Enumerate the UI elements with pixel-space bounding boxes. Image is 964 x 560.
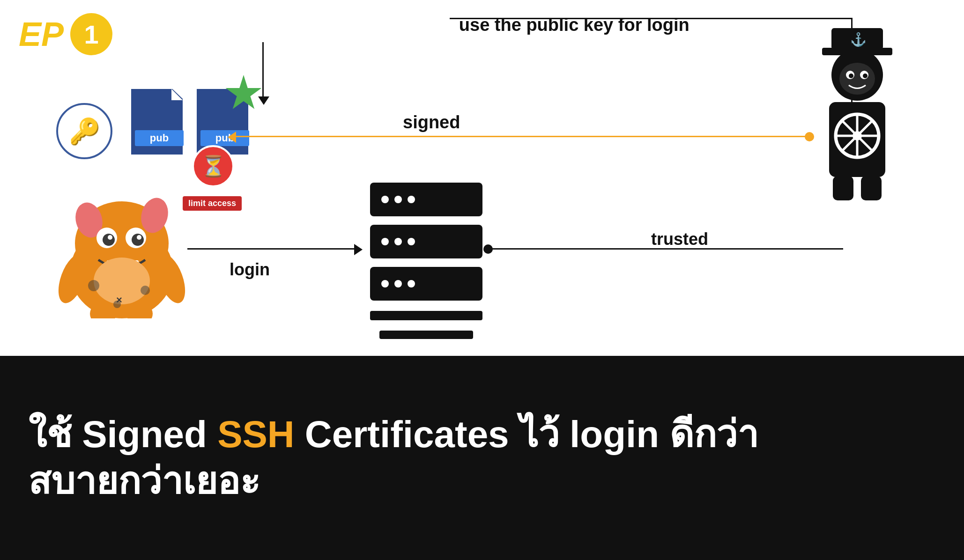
- top-horizontal-line: [450, 18, 853, 19]
- server-dot: [381, 196, 389, 203]
- bottom-section: ใช้ Signed SSH Certificates ไว้ login ดี…: [0, 356, 964, 560]
- ep-badge: EP 1: [19, 13, 112, 55]
- signed-label: signed: [403, 112, 460, 133]
- trusted-label: trusted: [651, 229, 708, 249]
- monster-character: ×: [56, 178, 187, 318]
- server-stack: [370, 183, 482, 339]
- svg-text:⚓: ⚓: [850, 32, 867, 47]
- server-dot: [394, 238, 402, 245]
- svg-text:×: ×: [116, 294, 122, 306]
- server-dot: [394, 280, 402, 287]
- login-label: login: [230, 260, 270, 280]
- server-base-2: [379, 331, 473, 339]
- server-dot: [408, 238, 415, 245]
- server-unit-2: [370, 225, 482, 258]
- svg-rect-38: [833, 176, 853, 200]
- svg-point-14: [88, 280, 99, 291]
- svg-rect-39: [861, 176, 882, 200]
- file-icon-2: pub ⏳ limit access: [197, 89, 253, 159]
- hourglass-icon: ⏳: [192, 145, 234, 187]
- bottom-line2: สบายกว่าเยอะ: [28, 458, 758, 505]
- file-corner-1: [171, 89, 183, 100]
- bottom-text: ใช้ Signed SSH Certificates ไว้ login ดี…: [28, 411, 758, 505]
- svg-point-9: [137, 235, 141, 240]
- svg-point-29: [849, 74, 853, 78]
- bottom-line1-part1: ใช้ Signed: [28, 413, 217, 455]
- trusted-dot-icon: [483, 244, 493, 254]
- signed-arrow-icon: [234, 136, 810, 137]
- file-label-2: pub: [200, 130, 249, 146]
- server-dot: [381, 238, 389, 245]
- file-label-1: pub: [135, 130, 184, 146]
- top-section: EP 1 use the public key for login 🔑 pub …: [0, 0, 964, 356]
- limit-access-badge: limit access: [183, 196, 242, 211]
- login-arrow-icon: [187, 248, 356, 250]
- server-unit-1: [370, 183, 482, 216]
- server-unit-3: [370, 267, 482, 301]
- monster-svg: ×: [56, 178, 187, 318]
- server-base-1: [370, 311, 482, 320]
- svg-point-6: [103, 234, 115, 246]
- captain-figure: ⚓: [815, 23, 899, 201]
- svg-point-7: [132, 234, 144, 246]
- bottom-line1-part2: Certificates ไว้ login ดีกว่า: [295, 413, 759, 455]
- captain-svg: ⚓: [815, 23, 899, 201]
- file-icon-1: pub: [131, 89, 187, 159]
- svg-point-30: [863, 74, 868, 78]
- signed-dot-icon: [805, 132, 814, 141]
- server-dot: [408, 280, 415, 287]
- server-dot: [381, 280, 389, 287]
- bottom-line1: ใช้ Signed SSH Certificates ไว้ login ดี…: [28, 411, 758, 458]
- svg-point-15: [141, 286, 150, 295]
- ep-number: 1: [70, 13, 112, 55]
- file-group: pub pub ⏳ limit access: [131, 89, 253, 159]
- ssh-highlight: SSH: [217, 413, 295, 455]
- svg-point-8: [108, 235, 112, 240]
- svg-point-26: [839, 63, 875, 95]
- arrow-down-icon: [262, 42, 264, 98]
- server-dot: [408, 196, 415, 203]
- server-dot: [394, 196, 402, 203]
- key-icon: 🔑: [56, 103, 112, 159]
- ep-label: EP: [19, 15, 64, 53]
